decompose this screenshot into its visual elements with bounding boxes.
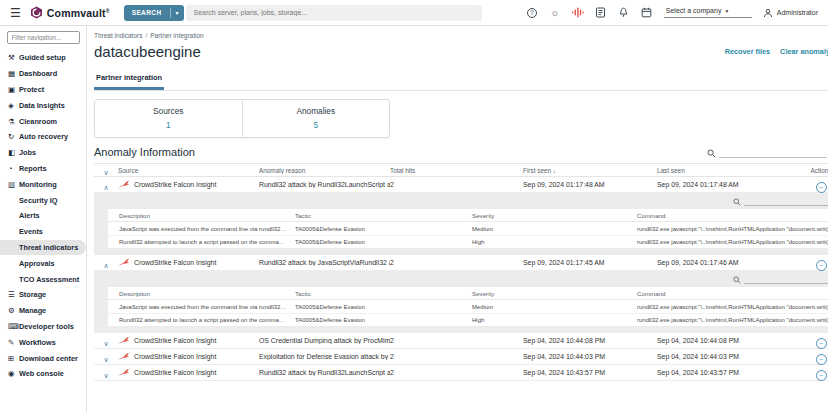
storage-icon: ☰ — [8, 290, 19, 299]
sidebar-item-workflows[interactable]: ✎Workflows — [0, 334, 86, 350]
sidebar-item-developer-tools[interactable]: ⌨Developer tools — [0, 319, 86, 335]
table-row[interactable]: ∨ CrowdStrike Falcon Insight OS Credenti… — [94, 333, 828, 349]
expand-row-icon[interactable]: ∨ — [103, 372, 108, 379]
detail-search[interactable] — [108, 274, 828, 287]
detail-table: Description Tactic Severity Command Java… — [108, 209, 828, 248]
tab-partner-integration[interactable]: Partner integration — [94, 70, 164, 90]
download-center-icon: ⊞ — [8, 354, 19, 363]
col-anomaly-reason[interactable]: Anomaly reason — [259, 167, 390, 174]
sidebar-item-jobs[interactable]: ◧Jobs — [0, 145, 86, 161]
breadcrumb-separator: / — [145, 32, 147, 39]
anomalies-label: Anomalies — [243, 106, 390, 116]
sidebar-item-download-center[interactable]: ⊞Download center — [0, 350, 86, 366]
crowdstrike-falcon-icon — [118, 180, 130, 189]
col-source[interactable]: Source — [118, 167, 259, 174]
detail-header: Description Tactic Severity Command — [108, 209, 828, 222]
table-row[interactable]: ∨ CrowdStrike Falcon Insight Rundll32 at… — [94, 365, 828, 381]
breadcrumb-threat-indicators[interactable]: Threat indicators — [94, 32, 142, 39]
col-last-seen[interactable]: Last seen — [657, 167, 790, 174]
calendar-icon[interactable] — [641, 7, 653, 19]
sidebar-item-security-iq[interactable]: Security IQ — [0, 192, 86, 208]
collapse-row-icon[interactable]: ∧ — [103, 262, 108, 269]
sidebar: ⚒Guided setup ▦Dashboard ▣Protect ◈Data … — [0, 26, 87, 412]
sidebar-item-data-insights[interactable]: ◈Data Insights — [0, 97, 86, 113]
breadcrumb-partner-integration: Partner integration — [150, 32, 203, 39]
sources-label: Sources — [95, 106, 242, 116]
sidebar-item-events[interactable]: Events — [0, 224, 86, 240]
global-search-input[interactable] — [186, 5, 482, 21]
collapse-row-icon[interactable]: ∧ — [103, 184, 108, 191]
crowdstrike-falcon-icon — [118, 336, 130, 345]
global-search-button[interactable]: SEARCH ▾ — [124, 5, 184, 21]
sidebar-item-approvals[interactable]: Approvals — [0, 255, 86, 271]
sidebar-item-guided-setup[interactable]: ⚒Guided setup — [0, 50, 86, 66]
sidebar-item-threat-indicators[interactable]: Threat indicators — [0, 240, 86, 256]
sidebar-item-cleanroom[interactable]: ⚗Cleanroom — [0, 113, 86, 129]
hamburger-menu-icon[interactable]: ☰ — [10, 6, 21, 20]
sidebar-item-protect[interactable]: ▣Protect — [0, 82, 86, 98]
company-selector[interactable]: Select a company ▾ — [664, 7, 752, 18]
company-caret-icon: ▾ — [725, 8, 728, 14]
sources-card: Sources 1 — [95, 100, 242, 137]
sidebar-item-tco-assessment[interactable]: TCO Assessment — [0, 271, 86, 287]
data-insights-icon: ◈ — [8, 101, 19, 110]
summary-card: Sources 1 Anomalies 5 — [94, 99, 390, 138]
detail-row: Rundll32 attempted to launch a script pa… — [108, 235, 828, 248]
table-row[interactable]: ∨ CrowdStrike Falcon Insight Exploitatio… — [94, 349, 828, 365]
table-header: ∨ Source Anomaly reason Total hits First… — [94, 163, 828, 177]
sidebar-item-manage[interactable]: ⚙Manage — [0, 303, 86, 319]
detail-search[interactable] — [108, 196, 828, 209]
expand-row-icon[interactable]: ∨ — [103, 340, 108, 347]
reports-shortcut-icon[interactable] — [595, 7, 607, 19]
sidebar-item-dashboard[interactable]: ▦Dashboard — [0, 66, 86, 82]
whats-new-icon[interactable] — [572, 7, 584, 19]
cleanroom-icon: ⚗ — [8, 117, 19, 126]
detail-row: JavaScript was executed from the command… — [108, 222, 828, 235]
sidebar-item-web-console[interactable]: ◉Web console — [0, 366, 86, 382]
anomalies-card: Anomalies 5 — [242, 100, 390, 137]
col-first-seen[interactable]: First seen ↓ — [523, 167, 657, 174]
clear-anomaly-row-icon[interactable]: − — [816, 182, 827, 193]
table-row[interactable]: ∧ CrowdStrike Falcon Insight Rundll32 at… — [94, 177, 828, 193]
web-console-icon: ◉ — [8, 369, 19, 378]
developer-tools-icon: ⌨ — [8, 322, 19, 331]
page-title: datacubeengine — [94, 43, 201, 60]
theme-icon[interactable]: ☼ — [549, 7, 561, 19]
filter-navigation-input[interactable] — [7, 31, 80, 44]
expand-row-icon[interactable]: ∨ — [103, 356, 108, 363]
detail-search-input[interactable] — [744, 198, 828, 206]
help-icon[interactable]: ? — [526, 7, 538, 19]
jobs-icon: ◧ — [8, 148, 19, 157]
user-icon — [763, 8, 773, 18]
anomaly-information-title: Anomaly Information — [94, 146, 195, 158]
clear-anomaly-button[interactable]: Clear anomaly — [780, 47, 828, 56]
sidebar-item-alerts[interactable]: Alerts — [0, 208, 86, 224]
detail-header: Description Tactic Severity Command — [108, 287, 828, 300]
sources-count[interactable]: 1 — [95, 120, 242, 130]
table-search-input[interactable] — [719, 149, 827, 158]
anomalies-count[interactable]: 5 — [243, 120, 390, 130]
col-actions: Actions — [790, 167, 828, 174]
commvault-logo-icon — [30, 6, 43, 19]
notifications-bell-icon[interactable] — [618, 7, 630, 19]
detail-search-input[interactable] — [744, 276, 828, 284]
sidebar-item-monitoring[interactable]: ▥Monitoring — [0, 176, 86, 192]
user-menu[interactable]: Administrator — [763, 8, 818, 18]
col-total-hits[interactable]: Total hits — [390, 167, 523, 174]
table-row[interactable]: ∧ CrowdStrike Falcon Insight Rundll32 at… — [94, 255, 828, 271]
table-search[interactable] — [707, 149, 827, 158]
reports-icon: ◔ — [8, 164, 19, 173]
search-caret-icon[interactable]: ▾ — [171, 9, 184, 16]
row-detail-panel: Description Tactic Severity Command Java… — [94, 193, 828, 255]
workflows-icon: ✎ — [8, 338, 19, 347]
sidebar-item-reports[interactable]: ◔Reports — [0, 161, 86, 177]
sidebar-item-auto-recovery[interactable]: ↻Auto recovery — [0, 129, 86, 145]
protect-icon: ▣ — [8, 85, 19, 94]
clear-anomaly-row-icon[interactable]: − — [816, 370, 827, 381]
sidebar-nav: ⚒Guided setup ▦Dashboard ▣Protect ◈Data … — [0, 50, 86, 382]
sidebar-item-storage[interactable]: ☰Storage — [0, 287, 86, 303]
clear-anomaly-row-icon[interactable]: − — [816, 260, 827, 271]
recover-files-button[interactable]: Recover files — [725, 47, 770, 56]
guided-setup-icon: ⚒ — [8, 53, 19, 62]
dashboard-icon: ▦ — [8, 69, 19, 78]
